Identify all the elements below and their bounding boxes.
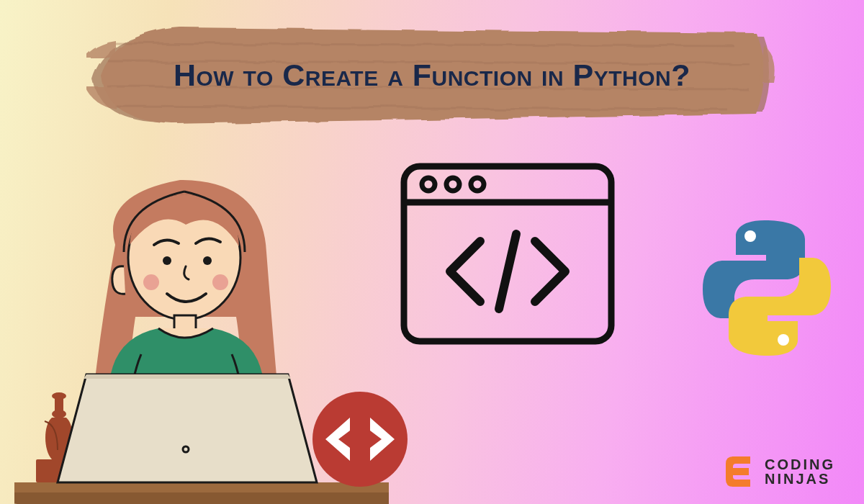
svg-point-20 <box>744 230 756 242</box>
code-badge-icon <box>310 389 410 490</box>
svg-rect-1 <box>14 492 389 504</box>
svg-line-18 <box>499 234 516 309</box>
python-logo-icon <box>698 216 835 360</box>
svg-point-9 <box>143 274 159 290</box>
svg-point-4 <box>52 392 66 400</box>
title-banner: How to Create a Function in Python? <box>86 14 778 137</box>
svg-point-17 <box>471 178 484 191</box>
brand-line2: NINJAS <box>765 472 835 486</box>
svg-rect-3 <box>55 397 63 413</box>
svg-point-7 <box>163 256 171 265</box>
svg-point-8 <box>203 256 212 265</box>
svg-point-10 <box>212 274 228 290</box>
svg-point-21 <box>778 334 789 346</box>
brand-text: CODING NINJAS <box>765 457 835 486</box>
brand-mark-icon <box>724 454 756 490</box>
svg-point-16 <box>446 178 459 191</box>
page-title: How to Create a Function in Python? <box>174 56 690 95</box>
brand-logo: CODING NINJAS <box>724 454 835 490</box>
svg-point-15 <box>422 178 435 191</box>
code-window-icon <box>400 162 616 346</box>
brand-line1: CODING <box>765 457 835 472</box>
